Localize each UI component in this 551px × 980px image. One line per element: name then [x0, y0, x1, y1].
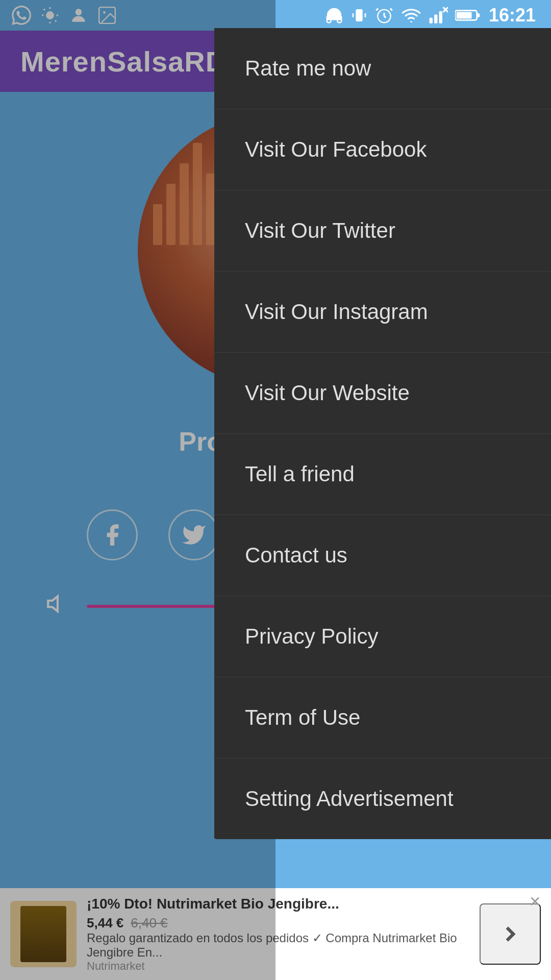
dropdown-item-instagram[interactable]: Visit Our Instagram: [214, 272, 551, 353]
dropdown-item-contact[interactable]: Contact us: [214, 515, 551, 596]
dropdown-item-privacy[interactable]: Privacy Policy: [214, 596, 551, 677]
dropdown-item-twitter[interactable]: Visit Our Twitter: [214, 190, 551, 272]
dropdown-overlay: Rate me now Visit Our Facebook Visit Our…: [0, 0, 551, 980]
dropdown-item-website[interactable]: Visit Our Website: [214, 353, 551, 434]
dropdown-item-rate[interactable]: Rate me now: [214, 28, 551, 109]
dropdown-item-rate-label: Rate me now: [245, 56, 371, 81]
dropdown-item-terms-label: Term of Use: [245, 705, 360, 730]
dropdown-menu: Rate me now Visit Our Facebook Visit Our…: [214, 28, 551, 839]
dropdown-item-website-label: Visit Our Website: [245, 381, 410, 405]
dropdown-item-ads-label: Setting Advertisement: [245, 787, 454, 811]
dropdown-item-instagram-label: Visit Our Instagram: [245, 300, 428, 324]
dropdown-item-friend[interactable]: Tell a friend: [214, 434, 551, 515]
dropdown-item-facebook[interactable]: Visit Our Facebook: [214, 109, 551, 190]
dropdown-item-twitter-label: Visit Our Twitter: [245, 218, 395, 243]
dropdown-item-ads[interactable]: Setting Advertisement: [214, 758, 551, 839]
dropdown-item-friend-label: Tell a friend: [245, 462, 355, 486]
dropdown-item-terms[interactable]: Term of Use: [214, 677, 551, 758]
dropdown-item-facebook-label: Visit Our Facebook: [245, 137, 427, 162]
dropdown-item-privacy-label: Privacy Policy: [245, 624, 378, 649]
dropdown-item-contact-label: Contact us: [245, 543, 347, 568]
